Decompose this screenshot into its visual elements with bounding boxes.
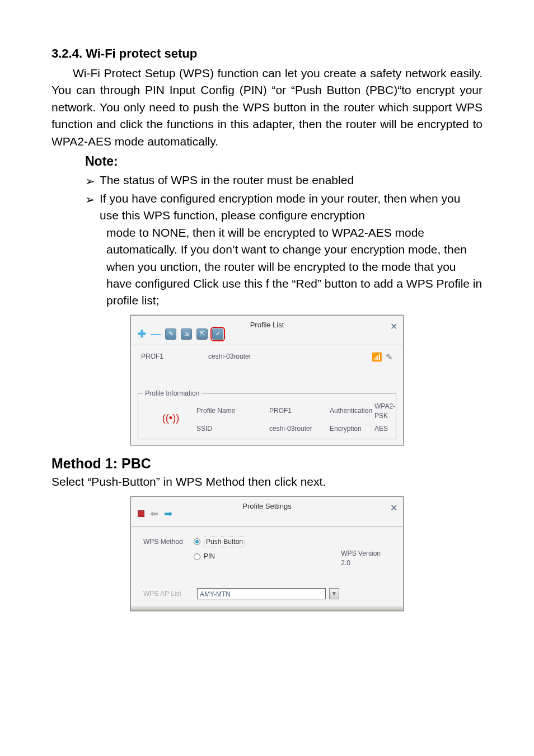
section-heading: 3.2.4. Wi-Fi protect setup <box>51 45 483 63</box>
back-icon[interactable]: ⬅ <box>150 506 158 521</box>
authentication-label: Authentication <box>330 406 374 416</box>
wps-version-block: WPS Version 2.0 <box>341 549 381 569</box>
nav-toolbar: ⬅ ➡ <box>138 506 172 521</box>
profile-ssid-cell: ceshi-03router <box>208 352 372 361</box>
add-icon[interactable]: ✚ <box>138 327 146 341</box>
signal-icon: 📶 <box>372 351 382 363</box>
bullet-2: ➢ If you have configured encryption mode… <box>85 190 483 224</box>
encryption-value: AES <box>374 424 391 434</box>
push-button-option[interactable]: Push-Button <box>204 537 245 547</box>
profile-name-value: PROF1 <box>269 406 330 416</box>
profile-name-label: Profile Name <box>196 406 269 416</box>
dialog-footer <box>131 606 403 611</box>
ssid-value: ceshi-03router <box>269 424 330 434</box>
profile-information-legend: Profile Information <box>143 389 202 398</box>
bullet-1: ➢ The status of WPS in the router must b… <box>85 172 483 190</box>
bullet-1-text: The status of WPS in the router must be … <box>100 172 354 189</box>
dialog-titlebar: Profile List ✕ ✚ — ✎ ⇲ ⇱ ✓ <box>131 316 403 345</box>
wps-version-value: 2.0 <box>341 558 381 568</box>
wps-method-label: WPS Method <box>143 537 194 547</box>
next-icon[interactable]: ➡ <box>164 506 172 521</box>
import-icon[interactable]: ⇲ <box>181 328 192 340</box>
profile-settings-dialog: Profile Settings ✕ ⬅ ➡ WPS Method Push-B… <box>130 496 404 612</box>
wps-ap-list-label: WPS AP List <box>143 589 194 599</box>
profile-row[interactable]: PROF1 ceshi-03router 📶 ✎ <box>131 345 403 369</box>
dropdown-icon[interactable]: ▼ <box>329 588 339 599</box>
remove-icon[interactable]: — <box>151 327 161 341</box>
profile-name-cell: PROF1 <box>141 352 208 361</box>
bullet-2-text-a: If you have configured encryption mode i… <box>100 190 483 224</box>
stop-icon[interactable] <box>138 510 144 517</box>
encryption-label: Encryption <box>330 424 374 434</box>
toolbar: ✚ — ✎ ⇲ ⇱ ✓ <box>138 327 223 341</box>
close-icon[interactable]: ✕ <box>390 320 397 333</box>
close-icon[interactable]: ✕ <box>390 501 397 514</box>
note-label: Note: <box>85 152 483 171</box>
profile-information-box: Profile Information Profile Name PROF1 A… <box>138 393 396 439</box>
edit-icon[interactable]: ✎ <box>165 328 176 340</box>
method-subtext: Select “Push-Button” in WPS Method then … <box>51 473 483 490</box>
wifi-icon: ((•)) <box>145 411 196 425</box>
radio-push-button[interactable] <box>194 538 200 545</box>
paragraph-main: Wi-Fi Protect Setup (WPS) function can l… <box>51 65 483 150</box>
pin-option[interactable]: PIN <box>204 552 215 561</box>
bullet-icon: ➢ <box>85 173 95 190</box>
bullet-2-text-b: mode to NONE, then it will be encrypted … <box>106 224 483 309</box>
radio-pin[interactable] <box>194 553 200 560</box>
dialog-titlebar: Profile Settings ✕ ⬅ ➡ <box>131 497 403 526</box>
settings-icon: ✎ <box>386 351 393 363</box>
dialog-title: Profile List <box>250 320 284 331</box>
export-icon[interactable]: ⇱ <box>196 328 208 340</box>
profile-list-dialog: Profile List ✕ ✚ — ✎ ⇲ ⇱ ✓ PROF1 ceshi-0… <box>130 315 404 445</box>
wps-ap-list-input[interactable]: AMY-MTN <box>197 588 326 599</box>
dialog-title: Profile Settings <box>242 501 291 512</box>
ssid-label: SSID <box>196 424 269 434</box>
wps-version-label: WPS Version <box>341 549 381 558</box>
authentication-value: WPA2-PSK <box>374 402 391 421</box>
bullet-icon: ➢ <box>85 191 95 208</box>
wps-add-icon[interactable]: ✓ <box>212 328 223 340</box>
dialog-body: WPS Method Push-Button PIN WPS Version 2… <box>131 527 403 607</box>
method-heading: Method 1: PBC <box>51 453 483 473</box>
